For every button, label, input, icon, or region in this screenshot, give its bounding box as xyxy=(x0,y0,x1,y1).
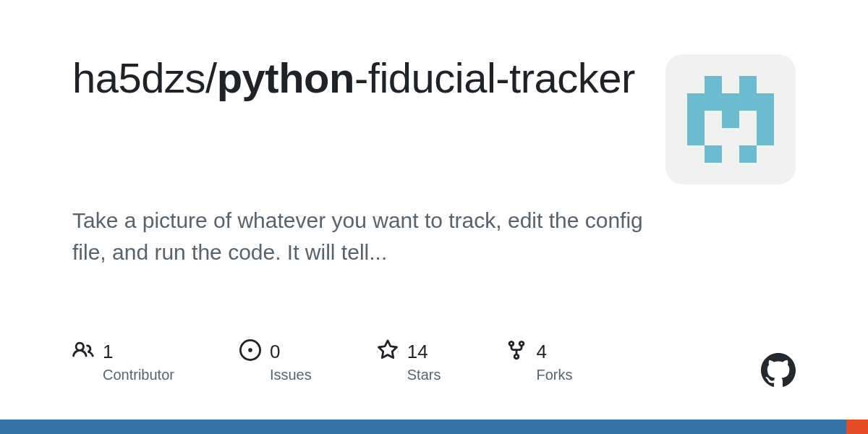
forks-label: Forks xyxy=(536,367,572,383)
repo-slash: / xyxy=(205,54,217,101)
stars-value: 14 xyxy=(407,341,428,363)
repo-description: Take a picture of whatever you want to t… xyxy=(72,205,673,268)
stat-issues[interactable]: 0 Issues xyxy=(239,339,312,383)
repo-name-bold[interactable]: python xyxy=(217,54,354,101)
star-icon xyxy=(377,339,399,364)
avatar[interactable] xyxy=(665,54,796,184)
issues-value: 0 xyxy=(270,341,280,363)
stars-label: Stars xyxy=(407,367,441,383)
issue-icon xyxy=(239,339,261,364)
forks-value: 4 xyxy=(536,341,546,363)
people-icon xyxy=(72,339,94,364)
stat-stars[interactable]: 14 Stars xyxy=(377,339,441,383)
identicon xyxy=(687,76,774,163)
repo-name-rest[interactable]: -fiducial-tracker xyxy=(354,54,635,101)
stat-contributors[interactable]: 1 Contributor xyxy=(72,339,174,383)
language-segment xyxy=(846,420,868,434)
issues-label: Issues xyxy=(270,367,312,383)
repo-owner[interactable]: ha5dzs xyxy=(72,54,205,101)
stats-row: 1 Contributor 0 Issues 14 Stars xyxy=(72,339,572,383)
repo-title[interactable]: ha5dzs/python-fiducial-tracker xyxy=(72,54,644,103)
github-logo-icon[interactable] xyxy=(761,353,796,391)
stat-forks[interactable]: 4 Forks xyxy=(506,339,572,383)
fork-icon xyxy=(506,339,527,364)
contributors-value: 1 xyxy=(103,341,113,363)
language-segment xyxy=(0,420,846,434)
language-bar xyxy=(0,420,868,434)
repo-title-block: ha5dzs/python-fiducial-tracker xyxy=(72,54,644,103)
contributors-label: Contributor xyxy=(103,367,174,383)
